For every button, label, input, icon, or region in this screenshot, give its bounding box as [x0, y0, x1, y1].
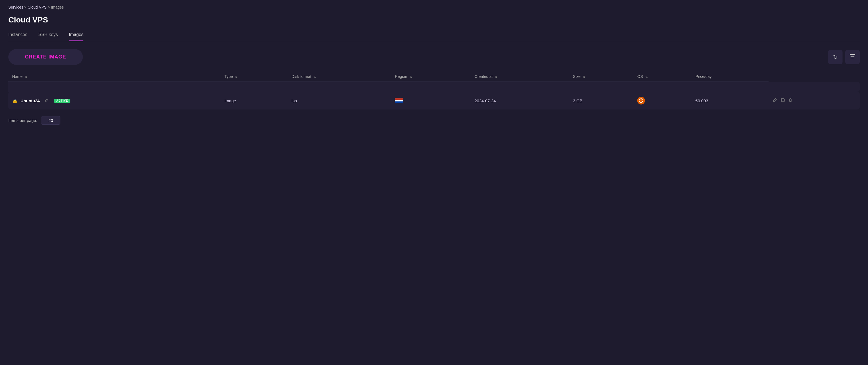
- col-disk-format[interactable]: Disk format ⇅: [288, 71, 391, 82]
- delete-row-icon[interactable]: [788, 97, 793, 104]
- sort-icon-size: ⇅: [583, 75, 585, 79]
- pagination-row: Items per page:: [8, 116, 860, 125]
- cell-region: [391, 92, 471, 110]
- copy-row-icon[interactable]: [780, 97, 785, 104]
- refresh-button[interactable]: ↻: [828, 50, 842, 64]
- create-image-button[interactable]: CREATE IMAGE: [8, 49, 83, 65]
- refresh-icon: ↻: [833, 54, 838, 60]
- filter-button[interactable]: [845, 50, 860, 64]
- cell-size: 3 GB: [569, 92, 633, 110]
- sort-icon-created: ⇅: [495, 75, 497, 79]
- cell-name: 🔒 Ubuntu24 ACTIVE: [8, 92, 220, 110]
- tab-instances[interactable]: Instances: [8, 32, 27, 41]
- svg-line-9: [641, 101, 642, 101]
- lock-icon: 🔒: [12, 98, 18, 103]
- status-badge: ACTIVE: [54, 99, 70, 103]
- svg-rect-12: [781, 99, 784, 102]
- svg-point-7: [639, 101, 640, 102]
- cell-actions: [769, 92, 860, 110]
- sort-icon-type: ⇅: [235, 75, 238, 79]
- svg-line-3: [47, 99, 48, 100]
- page-title: Cloud VPS: [8, 16, 860, 24]
- breadcrumb-images: Images: [51, 5, 64, 9]
- col-type[interactable]: Type ⇅: [220, 71, 287, 82]
- col-region[interactable]: Region ⇅: [391, 71, 471, 82]
- filter-icon: [849, 53, 856, 61]
- cell-type: Image: [220, 92, 287, 110]
- edit-row-icon[interactable]: [772, 97, 777, 104]
- images-table: Name ⇅ Type ⇅ Disk format ⇅ Region ⇅ Cre…: [8, 71, 860, 110]
- cell-os: [633, 92, 691, 110]
- col-os[interactable]: OS ⇅: [633, 71, 691, 82]
- cell-price: €0.003: [691, 92, 769, 110]
- tabs-bar: Instances SSH keys Images: [8, 32, 860, 41]
- svg-line-10: [640, 101, 641, 101]
- sort-icon-name: ⇅: [25, 75, 27, 79]
- col-size[interactable]: Size ⇅: [569, 71, 633, 82]
- cell-disk-format: iso: [288, 92, 391, 110]
- items-per-page-input[interactable]: [41, 116, 60, 125]
- tab-ssh-keys[interactable]: SSH keys: [38, 32, 58, 41]
- svg-point-6: [642, 101, 643, 102]
- flag-netherlands: [395, 98, 403, 103]
- toolbar-action-icons: ↻: [828, 50, 860, 64]
- breadcrumb-services[interactable]: Services: [8, 5, 23, 9]
- ubuntu-icon: [637, 97, 645, 104]
- items-per-page-label: Items per page:: [8, 118, 37, 123]
- cell-created-at: 2024-07-24: [471, 92, 569, 110]
- sort-icon-region: ⇅: [409, 75, 412, 79]
- image-name: Ubuntu24: [21, 98, 40, 103]
- sort-icon-os: ⇅: [645, 75, 648, 79]
- breadcrumb: Services > Cloud VPS > Images: [8, 5, 860, 9]
- edit-name-icon[interactable]: [44, 98, 49, 103]
- tab-images[interactable]: Images: [69, 32, 83, 41]
- col-price: Price/day: [691, 71, 769, 82]
- breadcrumb-cloud-vps[interactable]: Cloud VPS: [28, 5, 46, 9]
- sort-icon-disk: ⇅: [313, 75, 316, 79]
- table-row: 🔒 Ubuntu24 ACTIVE Image iso: [8, 92, 860, 110]
- col-created-at[interactable]: Created at ⇅: [471, 71, 569, 82]
- toolbar: CREATE IMAGE ↻: [8, 49, 860, 65]
- svg-point-5: [641, 98, 642, 99]
- col-name[interactable]: Name ⇅: [8, 71, 220, 82]
